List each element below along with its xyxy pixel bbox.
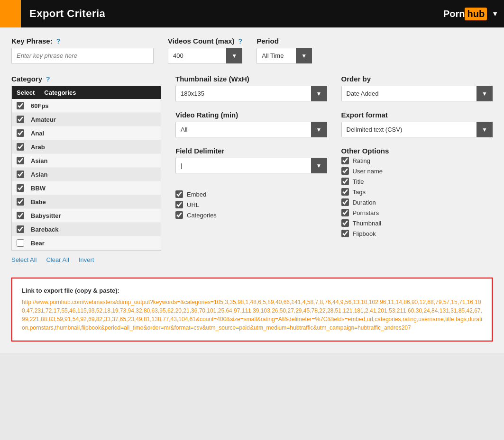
- embed-option-checkbox[interactable]: [175, 211, 183, 219]
- thumbnail-col: Thumbnail size (WxH) 180x135 320x240 640…: [175, 75, 327, 101]
- other-option-label: Thumbnail: [353, 220, 382, 227]
- category-row: Amateur: [12, 113, 161, 126]
- category-table: Select Categories 60FpsAmateurAnalArabAs…: [11, 86, 161, 251]
- category-help-icon[interactable]: ?: [46, 75, 50, 83]
- category-row: Babe: [12, 195, 161, 209]
- video-rating-arrow: ▼: [311, 122, 327, 137]
- page-wrapper: Export Criteria Pornhub ▼ Key Phrase: ? …: [0, 0, 504, 440]
- category-checkbox[interactable]: [17, 102, 24, 109]
- export-url-link[interactable]: http://www.pornhub.com/webmasters/dump_o…: [22, 299, 482, 331]
- category-row: BBW: [12, 181, 161, 195]
- header-title: Export Criteria: [21, 0, 409, 27]
- embed-option-row: URL: [175, 201, 327, 208]
- category-checkbox[interactable]: [17, 116, 24, 123]
- other-option-checkbox[interactable]: [341, 230, 349, 237]
- export-url-label: Link to export file (copy & paste):: [22, 287, 482, 294]
- category-actions: Select All Clear All Invert: [11, 256, 161, 263]
- other-option-label: Duration: [353, 199, 376, 206]
- category-row: Bear: [12, 236, 161, 250]
- field-delimiter-select[interactable]: | , ; \t: [175, 158, 313, 173]
- category-checkbox[interactable]: [17, 157, 24, 164]
- other-option-checkbox[interactable]: [341, 167, 349, 175]
- category-row: 60Fps: [12, 99, 161, 113]
- top-row: Key Phrase: ? Videos Count (max) ? 400 1…: [11, 37, 493, 63]
- other-option-checkbox[interactable]: [341, 219, 349, 227]
- brand-area[interactable]: Pornhub ▼: [409, 0, 504, 27]
- category-checkbox[interactable]: [17, 198, 24, 206]
- thumbnail-arrow: ▼: [311, 86, 327, 101]
- other-option-checkbox[interactable]: [341, 209, 349, 216]
- category-checkbox[interactable]: [17, 143, 24, 151]
- videos-count-label: Videos Count (max) ?: [168, 37, 242, 45]
- category-checkbox[interactable]: [17, 171, 24, 178]
- embed-option-checkbox[interactable]: [175, 190, 183, 198]
- export-criteria-label: Export Criteria: [29, 8, 105, 20]
- video-rating-col: Video Rating (min) All 1 2 3 4 5 ▼: [175, 111, 327, 137]
- embed-option-label: Embed: [187, 191, 206, 198]
- category-row-name: Babe: [31, 198, 46, 206]
- brand-dropdown-arrow[interactable]: ▼: [492, 10, 498, 18]
- other-option-checkbox[interactable]: [341, 157, 349, 164]
- header: Export Criteria Pornhub ▼: [0, 0, 504, 27]
- category-row-name: 60Fps: [31, 102, 49, 109]
- other-option-row: Tags: [341, 188, 493, 196]
- other-option-checkbox[interactable]: [341, 188, 349, 196]
- order-by-label: Order by: [341, 75, 493, 83]
- category-row-name: Amateur: [31, 116, 56, 123]
- other-option-row: Rating: [341, 157, 493, 164]
- order-by-select[interactable]: Date Added Most Viewed Top Rated Longest: [341, 86, 479, 101]
- category-row: Bareback: [12, 223, 161, 236]
- category-row-name: Arab: [31, 144, 45, 151]
- thumbnail-select-wrapper: 180x135 320x240 640x480 ▼: [175, 86, 327, 101]
- category-list[interactable]: 60FpsAmateurAnalArabAsianAsianBBWBabeBab…: [12, 99, 161, 250]
- other-option-checkbox[interactable]: [341, 198, 349, 206]
- key-phrase-input[interactable]: [11, 48, 154, 63]
- category-row-name: Anal: [31, 130, 44, 137]
- second-row: Category ? Select Categories 60FpsAmateu…: [11, 75, 493, 263]
- videos-count-select[interactable]: 400 100 200 800 1600: [168, 48, 242, 63]
- select-all-link[interactable]: Select All: [11, 256, 37, 263]
- other-option-checkbox[interactable]: [341, 178, 349, 185]
- other-options-list: RatingUser nameTitleTagsDurationPornstar…: [341, 157, 493, 240]
- category-checkbox[interactable]: [17, 212, 24, 219]
- other-option-row: User name: [341, 167, 493, 175]
- invert-link[interactable]: Invert: [79, 256, 94, 263]
- other-option-row: Pornstars: [341, 209, 493, 216]
- period-group: Period All Time Today This Week This Mon…: [257, 37, 312, 63]
- thumbnail-select[interactable]: 180x135 320x240 640x480: [175, 86, 313, 101]
- embed-options-group: EmbedURLCategories: [175, 190, 327, 222]
- category-row: Asian: [12, 154, 161, 168]
- period-select-wrapper: All Time Today This Week This Month This…: [257, 48, 312, 63]
- videos-count-label-text: Videos Count (max): [168, 37, 235, 45]
- category-checkbox[interactable]: [17, 225, 24, 233]
- clear-all-link[interactable]: Clear All: [46, 256, 69, 263]
- embed-option-checkbox[interactable]: [175, 201, 183, 208]
- category-checkbox[interactable]: [17, 239, 24, 247]
- other-option-label: Pornstars: [353, 209, 379, 216]
- category-row: Arab: [12, 140, 161, 154]
- category-row-name: Asian: [31, 171, 47, 178]
- category-row-name: Bear: [31, 240, 45, 247]
- panels-row-2: Video Rating (min) All 1 2 3 4 5 ▼: [175, 111, 493, 137]
- period-select[interactable]: All Time Today This Week This Month This…: [257, 48, 312, 63]
- other-option-label: Flipbook: [353, 230, 376, 237]
- category-checkbox[interactable]: [17, 184, 24, 192]
- category-section: Category ? Select Categories 60FpsAmateu…: [11, 75, 161, 263]
- video-rating-select[interactable]: All 1 2 3 4 5: [175, 122, 313, 137]
- orange-bar: [0, 0, 21, 27]
- export-url-section: Link to export file (copy & paste): http…: [11, 278, 493, 341]
- export-format-select[interactable]: Delimited text (CSV) XML JSON: [341, 122, 479, 137]
- other-options-col: Other Options RatingUser nameTitleTagsDu…: [341, 147, 493, 240]
- key-phrase-help-icon[interactable]: ?: [56, 37, 61, 45]
- videos-count-help-icon[interactable]: ?: [238, 37, 243, 45]
- export-format-label: Export format: [341, 111, 493, 119]
- panels-row-1: Thumbnail size (WxH) 180x135 320x240 640…: [175, 75, 493, 101]
- other-option-row: Thumbnail: [341, 219, 493, 227]
- period-label: Period: [257, 37, 312, 45]
- category-checkbox[interactable]: [17, 129, 24, 137]
- videos-count-group: Videos Count (max) ? 400 100 200 800 160…: [168, 37, 242, 63]
- key-phrase-label-text: Key Phrase:: [11, 37, 53, 45]
- order-by-select-wrapper: Date Added Most Viewed Top Rated Longest…: [341, 86, 493, 101]
- panels-row-3: Field Delimiter | , ; \t ▼: [175, 147, 493, 240]
- category-row: Asian: [12, 168, 161, 181]
